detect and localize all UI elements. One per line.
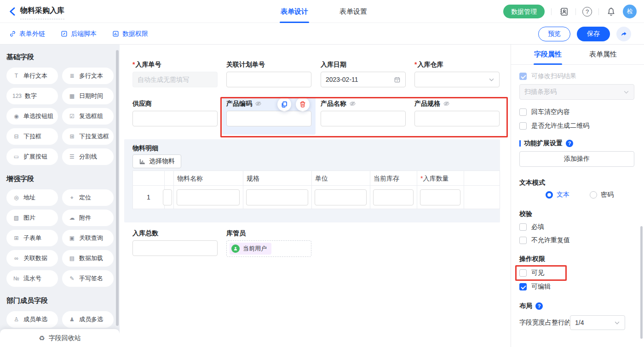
palette-item[interactable]: ▧图片: [6, 210, 58, 226]
field-product-name[interactable]: 产品名称: [321, 100, 406, 126]
tab-field-properties[interactable]: 字段属性: [529, 45, 566, 65]
divider-icon: ☰: [68, 154, 76, 160]
help-icon[interactable]: ?: [535, 302, 543, 310]
product-name-input[interactable]: [321, 111, 406, 126]
toolbar-links: 表单外链 后端脚本 数据权限: [9, 23, 148, 45]
no-duplicate-checkbox[interactable]: [519, 237, 527, 244]
editable-checkbox[interactable]: [519, 283, 527, 290]
text-mode-radio-password[interactable]: [590, 191, 597, 199]
field-label: 关联计划单号: [226, 61, 311, 68]
tab-form-design[interactable]: 表单设计: [280, 0, 309, 23]
data-manage-button[interactable]: 数据管理: [503, 5, 545, 18]
field-plan-no[interactable]: 关联计划单号: [226, 61, 311, 87]
qrcode-checkbox[interactable]: [519, 122, 527, 130]
field-supplier[interactable]: 供应商: [132, 100, 218, 126]
warehouse-keeper-input[interactable]: 当前用户: [226, 240, 311, 257]
tab-form-settings[interactable]: 表单设置: [339, 0, 368, 23]
palette-item[interactable]: ✎手写签名: [62, 270, 114, 287]
backend-script-link[interactable]: 后端脚本: [61, 30, 97, 38]
palette-item-label: 成员多选: [79, 315, 103, 324]
palette-item[interactable]: ♙成员单选: [6, 311, 58, 328]
subform-material-detail[interactable]: 物料明细 选择物料 1物料名称规格单位当前库存*入库数量: [124, 139, 500, 222]
palette-item[interactable]: ∞关联数据: [6, 250, 58, 267]
field-inbound-no[interactable]: *入库单号: [132, 61, 218, 87]
link-icon: [9, 30, 16, 37]
app-header: 物料采购入库 表单设计 表单设置 数据管理 ? 检: [0, 0, 644, 23]
field-width-select[interactable]: 1/4: [570, 315, 625, 330]
required-checkbox[interactable]: [519, 223, 527, 231]
subform-cell-input[interactable]: [373, 189, 414, 205]
product-code-input[interactable]: [226, 111, 311, 126]
save-button[interactable]: 保存: [577, 27, 610, 41]
notification-bell-icon[interactable]: [605, 6, 616, 17]
data-permission-link[interactable]: 数据权限: [112, 30, 148, 38]
text-mode-radio-text[interactable]: [546, 191, 553, 199]
address-book-icon[interactable]: [558, 6, 569, 17]
palette-item[interactable]: №流水号: [6, 270, 58, 287]
table-column-divider: [417, 171, 417, 209]
palette-item[interactable]: ☰分割线: [62, 148, 114, 165]
field-label: *入库仓库: [414, 61, 500, 68]
share-icon[interactable]: [616, 27, 631, 41]
user-avatar[interactable]: 检: [623, 5, 637, 18]
subform-cell-input[interactable]: [246, 189, 308, 205]
copy-field-button[interactable]: [277, 97, 291, 111]
palette-item[interactable]: ⊟下拉框: [6, 128, 58, 145]
palette-item[interactable]: ◉单选按钮组: [6, 108, 58, 125]
visible-checkbox[interactable]: [519, 269, 527, 277]
subform-cell-input[interactable]: [315, 189, 367, 205]
layout-title: 布局 ?: [519, 302, 543, 310]
sidebar-scrollbar[interactable]: [116, 50, 119, 326]
scan-mode-select[interactable]: 扫描条形码: [519, 84, 634, 100]
palette-item[interactable]: ▣关联查询: [62, 230, 114, 246]
panel-scrollbar[interactable]: [640, 226, 643, 339]
palette-item[interactable]: 123数字: [6, 88, 58, 104]
select-material-button[interactable]: 选择物料: [132, 154, 181, 168]
page-title[interactable]: 物料采购入库: [20, 6, 64, 19]
scan-result-checkbox[interactable]: [519, 73, 527, 80]
help-icon[interactable]: ?: [566, 140, 573, 147]
current-user-tag[interactable]: 当前用户: [230, 243, 271, 255]
panel-tabs: 字段属性 表单属性: [511, 45, 644, 65]
palette-item[interactable]: ▦日期时间: [62, 88, 114, 104]
inbound-date-input[interactable]: 2023-02-11 7: [321, 72, 406, 87]
delete-field-button[interactable]: [296, 97, 310, 111]
form-external-link[interactable]: 表单外链: [9, 30, 45, 38]
palette-item[interactable]: ▭扩展按钮: [6, 148, 58, 165]
plan-no-input[interactable]: [226, 72, 311, 87]
field-product-spec[interactable]: 产品规格: [414, 100, 500, 126]
multi-line-text-icon: ≣: [68, 73, 76, 79]
field-inbound-total[interactable]: 入库总数: [132, 230, 218, 256]
tab-form-properties[interactable]: 表单属性: [585, 45, 621, 65]
supplier-input[interactable]: [132, 111, 218, 126]
preview-button[interactable]: 预览: [538, 27, 570, 41]
palette-item[interactable]: ▤数据加载: [62, 250, 114, 267]
palette-item[interactable]: ☑复选框组: [62, 108, 114, 125]
field-warehouse-keeper[interactable]: 库管员 当前用户: [226, 230, 311, 257]
field-recycle-bin[interactable]: ♻ 字段回收站: [0, 329, 120, 347]
inbound-no-input[interactable]: [132, 72, 218, 87]
palette-item[interactable]: ☁附件: [62, 210, 114, 226]
calendar-icon: 7: [394, 76, 401, 83]
field-inbound-date[interactable]: 入库日期 2023-02-11 7: [321, 61, 406, 87]
palette-item[interactable]: ⊞下拉复选框: [62, 128, 114, 145]
subform-cell-input[interactable]: [163, 189, 172, 205]
palette-item[interactable]: T单行文本: [6, 68, 58, 84]
subform-cell-input[interactable]: [177, 189, 240, 205]
palette-item[interactable]: ♟成员多选: [62, 311, 114, 328]
add-action-button[interactable]: 添加操作: [519, 151, 634, 167]
palette-item[interactable]: ≣多行文本: [62, 68, 114, 84]
palette-section-title: 基础字段: [6, 53, 113, 62]
inbound-total-input[interactable]: [132, 240, 218, 256]
palette-item[interactable]: ⌖定位: [62, 189, 114, 206]
back-icon[interactable]: [7, 6, 18, 17]
divider: [551, 8, 552, 15]
help-icon[interactable]: ?: [582, 7, 592, 17]
palette-item[interactable]: ◎地址: [6, 189, 58, 206]
palette-item[interactable]: ⊞子表单: [6, 230, 58, 246]
product-spec-input[interactable]: [414, 111, 500, 126]
field-warehouse[interactable]: *入库仓库: [414, 61, 500, 87]
enter-clear-checkbox[interactable]: [519, 108, 527, 116]
warehouse-select[interactable]: [414, 72, 500, 87]
subform-cell-input[interactable]: [420, 189, 460, 205]
